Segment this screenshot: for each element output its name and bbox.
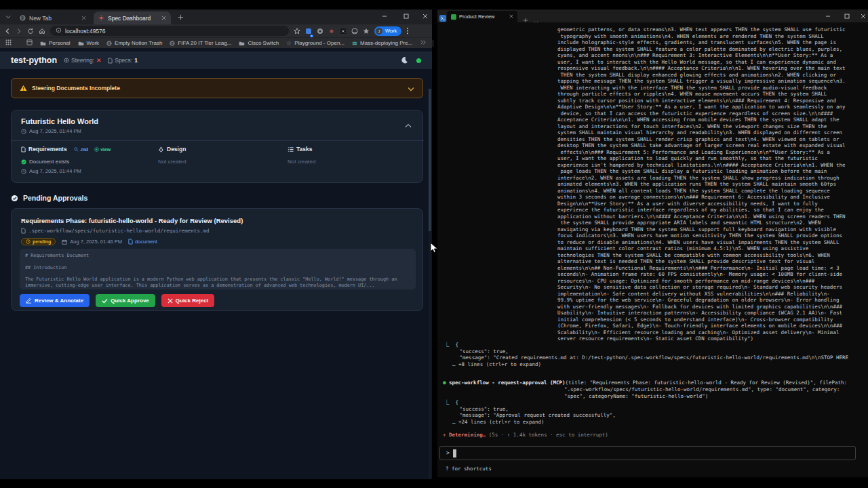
tasks-status: Not created — [288, 159, 315, 165]
quick-approve-button[interactable]: Quick Approve — [96, 294, 155, 307]
close-tab-icon[interactable] — [161, 15, 166, 22]
close-tab-icon[interactable] — [81, 15, 86, 22]
home-icon[interactable] — [39, 25, 45, 37]
tab-spec-dashboard[interactable]: Spec Dashboard — [94, 12, 171, 24]
tab-new-tab[interactable]: New Tab — [15, 12, 91, 24]
dashboard-header: test-python Steering: ✕ Specs: 1 — [0, 52, 432, 69]
specs-count: Specs: 1 — [108, 57, 138, 64]
approval-title: Requirements Phase: futuristic-hello-wor… — [21, 217, 243, 224]
profile-chip[interactable]: J Work — [374, 26, 401, 36]
approval-card: Requirements Phase: futuristic-hello-wor… — [11, 208, 423, 311]
side-panel-icon[interactable] — [363, 25, 370, 37]
url-text: localhost:49576 — [65, 28, 106, 35]
bookmark-playground[interactable]: Playground - Open... — [286, 40, 344, 46]
url-bar[interactable]: localhost:49576 — [50, 26, 289, 36]
document-preview: # Requirements Document ## Introduction … — [20, 249, 416, 289]
pen-nib-icon — [158, 146, 164, 152]
terminal-input-box[interactable]: > — [439, 446, 856, 460]
tab-label: Spec Dashboard — [108, 15, 151, 22]
terminal-minimize-button[interactable] — [824, 12, 832, 20]
extension-icon-1[interactable]: 1 — [305, 25, 312, 37]
bookmarks-overflow-icon[interactable] — [420, 39, 426, 47]
chevron-up-icon[interactable] — [405, 119, 412, 131]
extension-icon-3[interactable] — [328, 25, 335, 37]
tool-call-line: spec-workflow - request-approval (MCP)(t… — [449, 380, 847, 386]
spec-timestamp: Aug 7, 2025, 01:44 PM — [21, 128, 81, 134]
new-tab-button[interactable] — [176, 13, 184, 21]
bookmark-cisco-switch[interactable]: Cisco Switch — [239, 40, 279, 46]
terminal-close-button[interactable] — [859, 12, 867, 20]
browser-tabstrip: New Tab Spec Dashboard — [0, 9, 432, 24]
close-tab-icon[interactable] — [509, 14, 513, 20]
terminal-titlebar: Product Review — [437, 9, 868, 22]
tab-search-icon[interactable] — [4, 13, 12, 21]
clock-icon — [21, 169, 26, 174]
edit-icon — [26, 298, 32, 304]
site-info-icon[interactable] — [56, 27, 62, 35]
column-tasks: Tasks Not created — [288, 146, 315, 165]
extension-icon-4[interactable] — [340, 25, 347, 37]
extension-icon-2[interactable] — [317, 25, 323, 37]
tool-result-2-expand[interactable]: … +24 lines (ctrl+r to expand) — [452, 419, 544, 426]
spec-dashboard-page: test-python Steering: ✕ Specs: 1 — [0, 48, 432, 479]
tool-result-2: ⎿ { "success": true, "message": "Approva… — [444, 399, 616, 419]
list-icon — [288, 146, 294, 152]
document-icon — [21, 228, 26, 234]
browser-minimize-button[interactable] — [380, 12, 389, 20]
bookmark-empty-notion-trash[interactable]: Empty Notion Trash — [106, 40, 162, 46]
quick-reject-button[interactable]: Quick Reject — [161, 294, 214, 307]
page-scrollbar-thumb[interactable] — [429, 89, 431, 231]
dark-mode-toggle[interactable] — [401, 54, 408, 66]
avatar: J — [376, 28, 382, 35]
profile-name: Work — [385, 28, 397, 34]
spinner-text: ✳ Determining… — [443, 432, 486, 438]
terminal-tab[interactable]: Product Review — [447, 11, 517, 22]
terminal-tab-label: Product Review — [459, 14, 495, 20]
requirements-timestamp: Aug 7, 2025, 01:44 PM — [21, 168, 111, 174]
approval-badges: pending Aug 7, 2025, 01:46 PM document — [21, 238, 157, 245]
clock-icon — [26, 239, 31, 244]
browser-close-button[interactable] — [421, 12, 429, 20]
review-annotate-button[interactable]: Review & Annotate — [20, 294, 90, 307]
bookmark-personal[interactable]: Personal — [40, 40, 71, 46]
bookmark-work[interactable]: Work — [78, 40, 100, 46]
back-icon[interactable] — [4, 25, 11, 37]
mouse-cursor — [430, 242, 438, 254]
browser-menu-icon[interactable] — [406, 25, 409, 37]
document-icon — [128, 239, 133, 245]
requirements-md-link[interactable]: .md — [74, 147, 88, 152]
bookmark-fifa[interactable]: FIFA 20 IT Tier Leag... — [170, 40, 231, 46]
steering-warning-banner[interactable]: Steering Documents Incomplete — [11, 78, 423, 98]
warning-text: Steering Documents Incomplete — [32, 85, 120, 92]
spec-dashboard-favicon — [98, 15, 104, 21]
check-circle-icon — [21, 159, 26, 165]
requirements-status: Document exists — [21, 159, 111, 165]
document-icon — [21, 146, 26, 152]
extension-icon-5[interactable] — [351, 25, 358, 37]
terminal-content[interactable]: geometric patterns, or data streams\n3. … — [437, 22, 868, 477]
bookmark-mass-deploying[interactable]: Mass-deploying Pre... — [352, 40, 412, 46]
browser-maximize-button[interactable] — [402, 12, 410, 20]
reading-list-icon[interactable] — [26, 39, 33, 47]
target-icon — [64, 58, 69, 63]
clock-icon — [21, 129, 26, 134]
requirements-view-link[interactable]: view — [94, 147, 111, 152]
forward-icon[interactable] — [16, 25, 22, 37]
pending-approvals-heading: Pending Approvals — [11, 194, 87, 202]
tool-result-1: ⎿ { "success": true, "message": "Created… — [444, 342, 848, 361]
apps-grid-icon[interactable] — [5, 39, 12, 47]
tab-label: New Tab — [29, 15, 52, 22]
tool-result-1-expand[interactable]: … +8 lines (ctrl+r to expand) — [452, 361, 541, 368]
tool-call-name: spec-workflow - request-approval (MCP) — [449, 380, 566, 386]
reload-icon[interactable] — [27, 25, 34, 37]
column-design: Design Not created — [158, 146, 186, 165]
steering-status: Steering: ✕ — [64, 57, 101, 64]
terminal-maximize-button[interactable] — [843, 12, 851, 20]
bookmark-star-icon[interactable] — [294, 25, 300, 37]
chevron-down-icon[interactable] — [408, 82, 414, 94]
page-title: test-python — [11, 56, 57, 65]
tool-call-bullet: ● — [443, 380, 446, 386]
check-circle-icon — [11, 195, 18, 202]
bookmarks-bar: Personal Work Empty Notion Trash FIFA 20… — [0, 37, 432, 48]
status-detail: (5s · ↑ 1.4k tokens · esc to interrupt) — [489, 432, 608, 438]
